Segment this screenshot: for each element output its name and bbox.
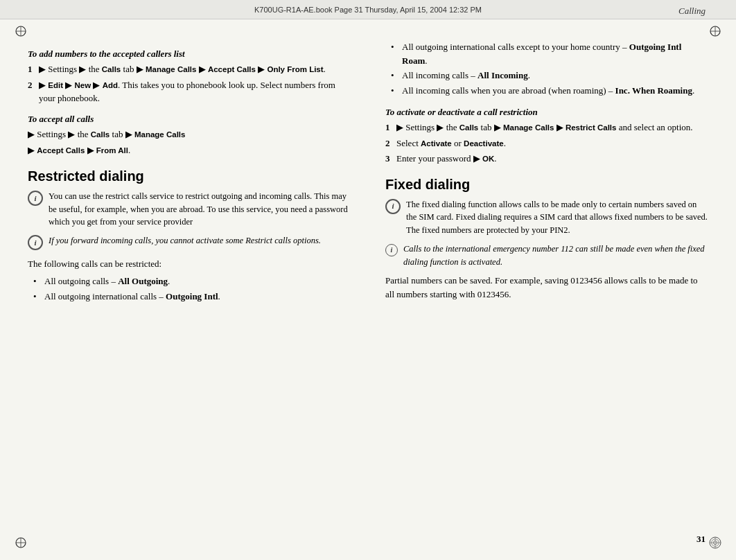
header-bar: K700UG-R1A-AE.book Page 31 Thursday, Apr… xyxy=(0,0,736,19)
bullet-item-1: • All outgoing calls – All Outgoing. xyxy=(33,274,351,288)
inc-when-roaming-label: Inc. When Roaming xyxy=(615,85,692,96)
bullet-list-left: • All outgoing calls – All Outgoing. • A… xyxy=(33,274,351,303)
bullet-text-5: All incoming calls when you are abroad (… xyxy=(402,84,694,98)
info-icon-1: i xyxy=(28,191,43,206)
bullet-item-4: • All incoming calls – All Incoming. xyxy=(391,69,708,82)
info-box-4: i Calls to the international emergency n… xyxy=(385,243,708,269)
partial-text: Partial numbers can be saved. For exampl… xyxy=(385,274,708,301)
edit-new-add-label: Edit xyxy=(48,81,63,89)
fixed-heading: Fixed dialing xyxy=(385,177,708,193)
content-area: To add numbers to the accepted callers l… xyxy=(0,19,736,560)
calling-label: Calling xyxy=(678,6,706,17)
info-icon-2: i xyxy=(28,235,43,250)
right-step1-num: 1 xyxy=(385,121,394,134)
right-step1: 1 ▶ Settings ▶ the Calls tab ▶ Manage Ca… xyxy=(385,121,708,134)
bullet-dot-5: • xyxy=(391,84,398,98)
step2-content: ▶ Edit ▶ New ▶ Add. This takes you to ph… xyxy=(39,78,351,105)
bullet-dot-4: • xyxy=(391,69,398,82)
right-step3-content: Enter your password ▶ OK. xyxy=(396,152,708,166)
info-text-1: You can use the restrict calls service t… xyxy=(49,190,351,229)
accept-all-calls-text2: ▶ Accept Calls ▶ From All. xyxy=(28,143,351,157)
outgoing-intl-roam-label: Outgoing Intl Roam xyxy=(402,42,681,66)
step1-content: ▶ Settings ▶ the Calls tab ▶ Manage Call… xyxy=(39,62,351,76)
info-text-2: If you forward incoming calls, you canno… xyxy=(49,234,351,247)
bullet-dot-2: • xyxy=(33,290,40,304)
bullet-dot-1: • xyxy=(33,274,40,288)
step2-num: 2 xyxy=(28,78,36,105)
all-outgoing-label: All Outgoing xyxy=(118,276,168,286)
info-box-2: i If you forward incoming calls, you can… xyxy=(28,234,351,250)
calls-tab3-label: Calls xyxy=(459,123,479,132)
restricted-heading: Restricted dialing xyxy=(28,168,351,184)
left-column: To add numbers to the accepted callers l… xyxy=(28,40,358,546)
right-step3: 3 Enter your password ▶ OK. xyxy=(385,152,708,166)
columns: To add numbers to the accepted callers l… xyxy=(28,40,708,546)
info-icon-3: i xyxy=(385,199,401,214)
accept-all-calls-text: ▶ Settings ▶ the Calls tab ▶ Manage Call… xyxy=(28,128,351,141)
restrict-calls-label: Restrict Calls xyxy=(566,123,617,132)
info-text-4: Calls to the international emergency num… xyxy=(403,243,708,269)
right-step2-num: 2 xyxy=(385,137,394,150)
manage-calls-label: Manage Calls xyxy=(146,65,197,73)
deactivate-label: Deactivate xyxy=(464,139,504,148)
right-step3-num: 3 xyxy=(385,152,394,166)
header-text: K700UG-R1A-AE.book Page 31 Thursday, Apr… xyxy=(254,6,482,14)
add-label: Add xyxy=(103,81,118,89)
accept-calls2-label: Accept Calls xyxy=(37,146,85,155)
calls-tab2-label: Calls xyxy=(91,130,110,139)
step1-num: 1 xyxy=(28,62,36,76)
right-step2: 2 Select Activate or Deactivate. xyxy=(385,137,708,150)
activate-label: Activate xyxy=(421,139,452,148)
right-step2-content: Select Activate or Deactivate. xyxy=(396,137,708,150)
section2-title: To accept all calls xyxy=(28,114,351,125)
info-box-3: i The fixed dialing function allows call… xyxy=(385,198,708,237)
outgoing-intl-label: Outgoing Intl xyxy=(166,291,218,301)
bullet-text-2: All outgoing international calls – Outgo… xyxy=(44,290,220,304)
new-label: New xyxy=(74,81,91,89)
info-text-3: The fixed dialing function allows calls … xyxy=(406,198,708,237)
manage-calls3-label: Manage Calls xyxy=(503,123,554,132)
info-box-1: i You can use the restrict calls service… xyxy=(28,190,351,229)
section1-title: To add numbers to the accepted callers l… xyxy=(28,49,351,60)
info-icon-4: i xyxy=(385,244,398,256)
step2: 2 ▶ Edit ▶ New ▶ Add. This takes you to … xyxy=(28,78,351,105)
bullet-list-right: • All outgoing international calls excep… xyxy=(391,40,708,97)
following-calls-text: The following calls can be restricted: xyxy=(28,257,351,271)
bullet-item-3: • All outgoing international calls excep… xyxy=(391,40,708,67)
only-from-list-label: Only From List xyxy=(267,65,323,73)
page: K700UG-R1A-AE.book Page 31 Thursday, Apr… xyxy=(0,0,736,560)
from-all-label: From All xyxy=(96,146,128,155)
right-step1-content: ▶ Settings ▶ the Calls tab ▶ Manage Call… xyxy=(396,121,708,134)
all-incoming-label: All Incoming xyxy=(477,70,528,80)
bullet-item-2: • All outgoing international calls – Out… xyxy=(33,290,351,304)
section3-title: To activate or deactivate a call restric… xyxy=(385,107,708,118)
bullet-item-5: • All incoming calls when you are abroad… xyxy=(391,84,708,98)
bullet-dot-3: • xyxy=(391,40,398,67)
accept-calls-label: Accept Calls xyxy=(208,65,256,73)
bullet-text-1: All outgoing calls – All Outgoing. xyxy=(44,274,170,288)
bullet-text-3: All outgoing international calls except … xyxy=(402,40,708,67)
right-column: • All outgoing international calls excep… xyxy=(378,40,708,546)
manage-calls2-label: Manage Calls xyxy=(134,130,186,139)
step1: 1 ▶ Settings ▶ the Calls tab ▶ Manage Ca… xyxy=(28,62,351,76)
calls-tab-label: Calls xyxy=(102,65,121,73)
bullet-text-4: All incoming calls – All Incoming. xyxy=(402,69,530,82)
ok-label: OK xyxy=(482,155,494,163)
